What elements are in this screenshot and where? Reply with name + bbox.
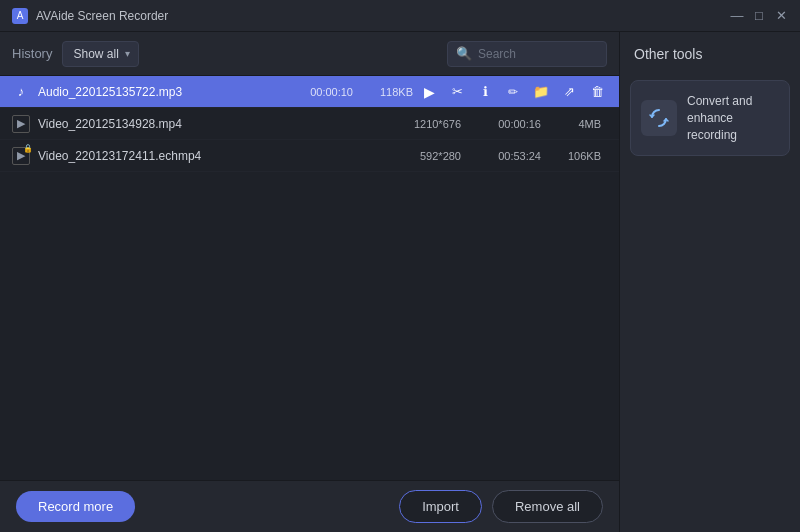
convert-enhance-card[interactable]: Convert and enhance recording <box>630 80 790 156</box>
file-actions: ▶ ✂ ℹ ✏ 📁 ⇗ 🗑 <box>419 82 607 102</box>
minimize-button[interactable]: — <box>730 9 744 23</box>
convert-icon <box>641 100 677 136</box>
remove-all-button[interactable]: Remove all <box>492 490 603 523</box>
audio-icon: ♪ <box>12 83 30 101</box>
bottom-bar: Record more Import Remove all <box>0 480 619 532</box>
table-row[interactable]: ♪ Audio_220125135722.mp3 00:00:10 118KB … <box>0 76 619 108</box>
folder-icon[interactable]: 📁 <box>531 82 551 102</box>
title-bar: A AVAide Screen Recorder — □ ✕ <box>0 0 800 32</box>
table-row[interactable]: ▶ Video_220125134928.mp4 1210*676 00:00:… <box>0 108 619 140</box>
import-button[interactable]: Import <box>399 490 482 523</box>
edit-icon[interactable]: ✏ <box>503 82 523 102</box>
history-label: History <box>12 46 52 61</box>
video-locked-icon: ▶ 🔒 <box>12 147 30 165</box>
file-name: Audio_220125135722.mp3 <box>38 85 183 99</box>
record-more-button[interactable]: Record more <box>16 491 135 522</box>
app-title: AVAide Screen Recorder <box>36 9 730 23</box>
share-icon[interactable]: ⇗ <box>559 82 579 102</box>
file-resolution: 592*280 <box>371 150 461 162</box>
file-duration: 00:00:10 <box>273 86 353 98</box>
play-icon[interactable]: ▶ <box>419 82 439 102</box>
file-size: 4MB <box>541 118 601 130</box>
history-dropdown-value: Show all <box>73 47 118 61</box>
convert-enhance-label: Convert and enhance recording <box>687 93 779 143</box>
delete-icon[interactable]: 🗑 <box>587 82 607 102</box>
right-panel: Other tools Convert and enhance recordin… <box>620 32 800 532</box>
search-icon: 🔍 <box>456 46 472 61</box>
chevron-down-icon: ▾ <box>125 48 130 59</box>
file-duration: 00:53:24 <box>461 150 541 162</box>
file-name: Video_220125134928.mp4 <box>38 117 371 131</box>
search-container: 🔍 <box>447 41 607 67</box>
info-icon[interactable]: ℹ <box>475 82 495 102</box>
trim-icon[interactable]: ✂ <box>447 82 467 102</box>
file-duration: 00:00:16 <box>461 118 541 130</box>
main-container: History Show all ▾ 🔍 ♪ Audio_22012513572… <box>0 32 800 532</box>
toolbar: History Show all ▾ 🔍 <box>0 32 619 76</box>
file-size: 106KB <box>541 150 601 162</box>
file-size: 118KB <box>353 86 413 98</box>
file-resolution: 1210*676 <box>371 118 461 130</box>
table-row[interactable]: ▶ 🔒 Video_220123172411.echmp4 592*280 00… <box>0 140 619 172</box>
window-controls: — □ ✕ <box>730 9 788 23</box>
file-name: Video_220123172411.echmp4 <box>38 149 371 163</box>
other-tools-title: Other tools <box>630 46 790 62</box>
video-icon: ▶ <box>12 115 30 133</box>
history-dropdown[interactable]: Show all ▾ <box>62 41 138 67</box>
left-panel: History Show all ▾ 🔍 ♪ Audio_22012513572… <box>0 32 620 532</box>
file-list: ♪ Audio_220125135722.mp3 00:00:10 118KB … <box>0 76 619 480</box>
search-input[interactable] <box>478 47 598 61</box>
maximize-button[interactable]: □ <box>752 9 766 23</box>
app-icon: A <box>12 8 28 24</box>
close-button[interactable]: ✕ <box>774 9 788 23</box>
